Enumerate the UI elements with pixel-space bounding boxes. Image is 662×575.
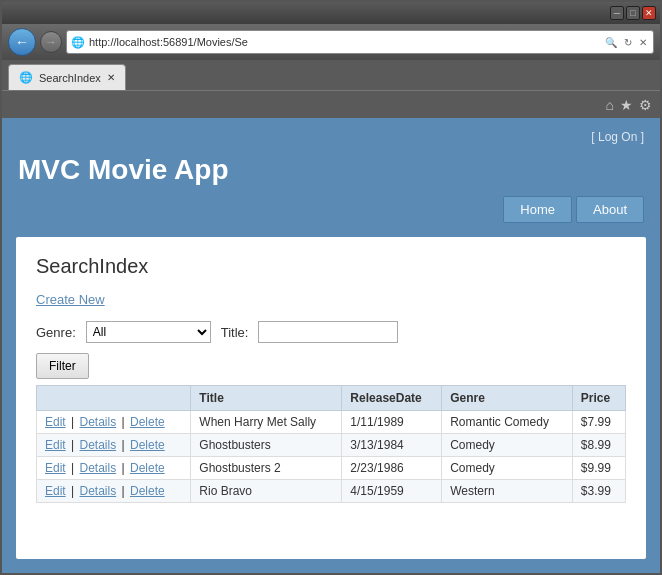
address-text: http://localhost:56891/Movies/Se [89,36,599,48]
col-actions [37,386,191,411]
sep: | [71,484,74,498]
details-link-2[interactable]: Details [80,438,117,452]
browser-window: ─ □ ✕ ← → 🌐 http://localhost:56891/Movie… [0,0,662,575]
title-bar: ─ □ ✕ [2,2,660,24]
sep: | [71,438,74,452]
settings-icon[interactable]: ⚙ [639,97,652,113]
filter-button-row: Filter [36,353,626,379]
create-new-link[interactable]: Create New [36,292,626,307]
page-heading: SearchIndex [36,255,626,278]
cell-date-3: 2/23/1986 [342,457,442,480]
header-row: Title ReleaseDate Genre Price [37,386,626,411]
home-nav-button[interactable]: Home [503,196,572,223]
tab-bar: 🌐 SearchIndex ✕ [2,60,660,90]
col-price: Price [572,386,625,411]
toolbar-bar: ⌂ ★ ⚙ [2,90,660,118]
refresh-icon[interactable]: ↻ [622,37,634,48]
cell-price-4: $3.99 [572,480,625,503]
edit-link-3[interactable]: Edit [45,461,66,475]
filter-row: Genre: All Comedy Romantic Comedy Wester… [36,321,626,343]
title-label: Title: [221,325,249,340]
edit-link-1[interactable]: Edit [45,415,66,429]
cell-title-3: Ghostbusters 2 [191,457,342,480]
cell-date-4: 4/15/1959 [342,480,442,503]
search-icon[interactable]: 🔍 [603,37,619,48]
delete-link-1[interactable]: Delete [130,415,165,429]
delete-link-4[interactable]: Delete [130,484,165,498]
tab-label: SearchIndex [39,72,101,84]
back-button[interactable]: ← [8,28,36,56]
app-header: [ Log On ] MVC Movie App Home About [2,118,660,237]
table-row: Edit | Details | Delete Ghostbusters 3/1… [37,434,626,457]
details-link-4[interactable]: Details [80,484,117,498]
maximize-button[interactable]: □ [626,6,640,20]
address-bar[interactable]: 🌐 http://localhost:56891/Movies/Se 🔍 ↻ ✕ [66,30,654,54]
table-header: Title ReleaseDate Genre Price [37,386,626,411]
delete-link-2[interactable]: Delete [130,438,165,452]
app-title: MVC Movie App [18,148,644,196]
edit-link-2[interactable]: Edit [45,438,66,452]
table-row: Edit | Details | Delete When Harry Met S… [37,411,626,434]
page-content: [ Log On ] MVC Movie App Home About Sear… [2,118,660,573]
cell-genre-2: Comedy [442,434,573,457]
cell-price-1: $7.99 [572,411,625,434]
address-actions: 🔍 ↻ ✕ [603,37,649,48]
cell-title-4: Rio Bravo [191,480,342,503]
cell-genre-1: Romantic Comedy [442,411,573,434]
cell-genre-4: Western [442,480,573,503]
page-icon: 🌐 [71,36,85,49]
delete-link-3[interactable]: Delete [130,461,165,475]
filter-button[interactable]: Filter [36,353,89,379]
stop-icon[interactable]: ✕ [637,37,649,48]
table-row: Edit | Details | Delete Ghostbusters 2 2… [37,457,626,480]
log-on-bar: [ Log On ] [18,126,644,148]
sep: | [122,438,125,452]
cell-date-2: 3/13/1984 [342,434,442,457]
cell-price-3: $9.99 [572,457,625,480]
row-actions: Edit | Details | Delete [37,411,191,434]
row-actions: Edit | Details | Delete [37,480,191,503]
forward-button[interactable]: → [40,31,62,53]
star-icon[interactable]: ★ [620,97,633,113]
edit-link-4[interactable]: Edit [45,484,66,498]
table-body: Edit | Details | Delete When Harry Met S… [37,411,626,503]
genre-select[interactable]: All Comedy Romantic Comedy Western [86,321,211,343]
sep: | [122,484,125,498]
col-release-date: ReleaseDate [342,386,442,411]
cell-title-1: When Harry Met Sally [191,411,342,434]
sep: | [71,415,74,429]
nav-buttons: Home About [18,196,644,233]
nav-bar: ← → 🌐 http://localhost:56891/Movies/Se 🔍… [2,24,660,60]
cell-date-1: 1/11/1989 [342,411,442,434]
home-icon[interactable]: ⌂ [606,97,614,113]
active-tab[interactable]: 🌐 SearchIndex ✕ [8,64,126,90]
title-input[interactable] [258,321,398,343]
cell-genre-3: Comedy [442,457,573,480]
content-box: SearchIndex Create New Genre: All Comedy… [16,237,646,559]
table-row: Edit | Details | Delete Rio Bravo 4/15/1… [37,480,626,503]
details-link-3[interactable]: Details [80,461,117,475]
tab-close-button[interactable]: ✕ [107,72,115,83]
close-button[interactable]: ✕ [642,6,656,20]
details-link-1[interactable]: Details [80,415,117,429]
col-genre: Genre [442,386,573,411]
row-actions: Edit | Details | Delete [37,434,191,457]
sep: | [122,461,125,475]
row-actions: Edit | Details | Delete [37,457,191,480]
sep: | [71,461,74,475]
cell-price-2: $8.99 [572,434,625,457]
log-on-link[interactable]: [ Log On ] [591,130,644,144]
col-title: Title [191,386,342,411]
sep: | [122,415,125,429]
tab-icon: 🌐 [19,71,33,84]
minimize-button[interactable]: ─ [610,6,624,20]
about-nav-button[interactable]: About [576,196,644,223]
cell-title-2: Ghostbusters [191,434,342,457]
genre-label: Genre: [36,325,76,340]
movies-table: Title ReleaseDate Genre Price Edit | Det… [36,385,626,503]
